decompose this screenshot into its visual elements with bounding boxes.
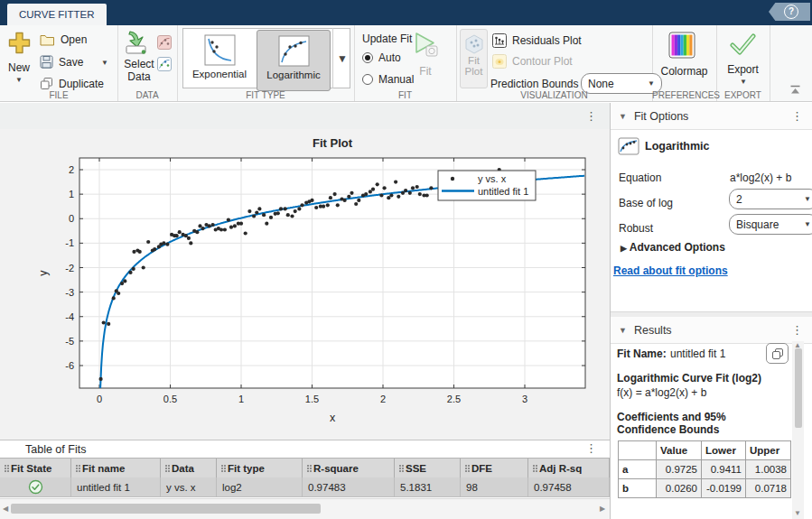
new-button[interactable] — [7, 31, 32, 58]
contour-plot-toggle[interactable]: Contour Plot — [492, 54, 573, 69]
new-dropdown-arrow[interactable]: ▼ — [15, 76, 23, 84]
fit-row-cell[interactable]: 98 — [461, 477, 528, 496]
svg-text:y vs. x: y vs. x — [478, 173, 507, 184]
export-button[interactable] — [729, 32, 756, 59]
fit-plot-panel: 00.511.522.53210-1-2-3-4-5-6Fit Plotxyy … — [0, 129, 610, 440]
radio-selected-icon — [362, 52, 373, 63]
collapse-ribbon-icon — [789, 85, 801, 95]
fit-row-cell[interactable]: 0.97483 — [303, 477, 395, 496]
save-button[interactable]: Save — [40, 55, 83, 69]
horizontal-scrollbar-thumb[interactable] — [11, 504, 321, 514]
read-about-fit-options-link[interactable]: Read about fit options — [613, 264, 728, 277]
svg-text:0: 0 — [97, 394, 102, 404]
column-grip-icon[interactable] — [533, 465, 535, 467]
copy-results-button[interactable] — [766, 343, 789, 364]
collapse-triangle-icon[interactable]: ▼ — [619, 326, 627, 335]
svg-text:0.5: 0.5 — [163, 394, 177, 404]
validation-data-button[interactable] — [157, 57, 172, 74]
column-header-fit-state[interactable]: Fit State — [0, 459, 71, 477]
auto-radio[interactable]: Auto — [362, 51, 401, 64]
tab-curve-fitter[interactable]: CURVE FITTER — [7, 4, 107, 25]
column-header-r-square[interactable]: R-square — [303, 459, 395, 477]
fit-options-menu-dots[interactable]: ⋮ — [791, 110, 803, 122]
column-grip-icon[interactable] — [5, 465, 6, 467]
svg-text:-6: -6 — [65, 360, 74, 371]
fit-row-cell[interactable]: y vs. x — [161, 477, 217, 496]
base-of-log-dropdown[interactable]: 2▼ — [729, 189, 812, 209]
results-header[interactable]: ▼ Results ⋮ — [611, 317, 812, 344]
vertical-scrollbar-thumb[interactable] — [795, 348, 802, 428]
select-data-label1[interactable]: Select — [117, 58, 161, 70]
fit-plot-toggle[interactable]: Fit Plot — [460, 29, 488, 88]
fit-state-cell[interactable] — [0, 477, 71, 496]
svg-text:Fit Plot: Fit Plot — [313, 136, 353, 150]
column-grip-icon[interactable] — [399, 465, 401, 467]
svg-text:0: 0 — [69, 213, 74, 224]
column-grip-icon[interactable] — [76, 465, 78, 467]
fit-row-cell[interactable]: log2 — [217, 477, 303, 496]
column-header-adj-r-sq[interactable]: Adj R-sq — [528, 459, 610, 477]
table-of-fits-menu-dots[interactable]: ⋮ — [585, 442, 597, 454]
fit-section-label: FIT — [354, 90, 456, 100]
fit-options-header[interactable]: ▼ Fit Options ⋮ — [611, 103, 812, 130]
validation-data-icon — [157, 57, 172, 71]
collapse-triangle-icon[interactable]: ▼ — [619, 112, 627, 121]
fit-row-cell[interactable]: 5.1831 — [395, 477, 461, 496]
table-of-fits-row[interactable]: untitled fit 1y vs. xlog20.974835.183198… — [0, 477, 610, 497]
fit-run-label: Fit — [410, 65, 441, 78]
open-button[interactable]: Open — [40, 33, 87, 46]
exclude-outliers-button[interactable] — [157, 35, 172, 52]
svg-text:-3: -3 — [65, 287, 74, 298]
horizontal-scrollbar[interactable]: ◀ ▶ — [0, 498, 610, 519]
column-grip-icon[interactable] — [221, 465, 223, 467]
export-label[interactable]: Export — [716, 63, 770, 76]
fit-run-button[interactable]: Fit — [410, 31, 441, 62]
coeff-row-label: b — [619, 479, 657, 498]
fit-type-exponential[interactable]: Exponential — [185, 30, 254, 89]
column-header-sse[interactable]: SSE — [395, 459, 461, 477]
ribbon: New ▼ Open Save ▼ Duplicate FILE — [0, 25, 812, 102]
column-grip-icon[interactable] — [307, 465, 309, 467]
duplicate-button[interactable]: Duplicate — [40, 77, 104, 90]
table-of-fits-header-row[interactable]: Fit StateFit nameDataFit typeR-squareSSE… — [0, 458, 610, 478]
scroll-down-icon[interactable]: ▼ — [794, 509, 801, 517]
colormap-button[interactable] — [667, 31, 696, 62]
fit-row-cell[interactable]: 0.97458 — [528, 477, 610, 496]
column-header-fit-type[interactable]: Fit type — [217, 459, 303, 477]
svg-text:1: 1 — [69, 189, 74, 199]
scroll-left-icon[interactable]: ◀ — [3, 505, 8, 513]
select-data-label2[interactable]: Data — [117, 70, 161, 83]
column-header-data[interactable]: Data — [161, 459, 217, 477]
equation-value: a*log2(x) + b — [730, 171, 791, 184]
colormap-label[interactable]: Colormap — [652, 65, 716, 78]
help-button[interactable]: ? — [769, 3, 810, 21]
scroll-right-icon[interactable]: ▶ — [600, 505, 605, 513]
collapse-ribbon-button[interactable] — [789, 85, 801, 97]
select-data-button[interactable] — [123, 30, 152, 58]
manual-radio[interactable]: Manual — [362, 73, 414, 86]
fit-plot-chart[interactable]: 00.511.522.53210-1-2-3-4-5-6Fit Plotxyy … — [0, 129, 610, 440]
save-dropdown-arrow[interactable]: ▼ — [101, 59, 108, 67]
column-header-dfe[interactable]: DFE — [461, 459, 528, 477]
results-menu-dots[interactable]: ⋮ — [791, 324, 803, 336]
document-menu-dots[interactable]: ⋮ — [585, 110, 597, 122]
table-of-fits-panel: Table of Fits ⋮ Fit StateFit nameDataFit… — [0, 440, 610, 505]
column-grip-icon[interactable] — [465, 465, 467, 467]
export-dropdown-arrow[interactable]: ▼ — [740, 78, 747, 86]
column-header-fit-name[interactable]: Fit name — [71, 459, 161, 477]
fit-type-gallery-dropdown[interactable]: ▼ — [332, 28, 351, 88]
select-data-icon — [123, 30, 152, 55]
export-check-icon — [729, 32, 756, 56]
legend: y vs. xuntitled fit 1 — [438, 171, 536, 200]
residuals-plot-toggle[interactable]: Residuals Plot — [492, 33, 582, 48]
new-label[interactable]: New — [2, 61, 36, 74]
fit-row-cell[interactable]: untitled fit 1 — [71, 477, 161, 496]
advanced-options-toggle[interactable]: ▶ Advanced Options — [621, 241, 725, 254]
column-grip-icon[interactable] — [165, 465, 167, 467]
svg-text:2: 2 — [380, 394, 386, 404]
coeff-header: Upper — [746, 441, 791, 460]
fit-type-logarithmic[interactable]: Logarithmic — [257, 30, 331, 91]
robust-dropdown[interactable]: Bisquare▼ — [729, 214, 812, 235]
vertical-scrollbar[interactable]: ▲ ▼ — [792, 341, 804, 519]
base-of-log-label: Base of log — [619, 197, 673, 209]
